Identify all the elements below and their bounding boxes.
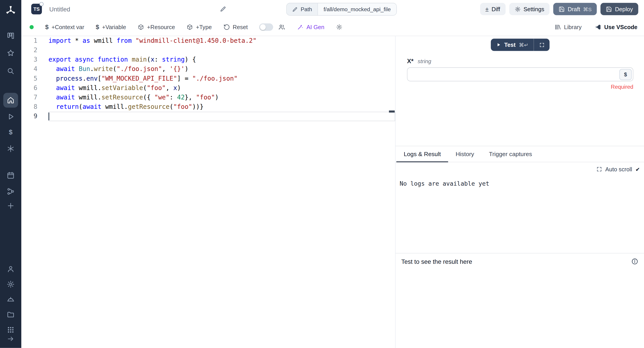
language-badge-dot <box>40 2 44 6</box>
code-line-1[interactable]: import * as wmill from "windmill-client@… <box>48 36 395 46</box>
path-value[interactable]: f/all/demo_mocked_api_file <box>318 3 396 15</box>
test-button-label: Test <box>504 42 516 48</box>
vscode-icon <box>595 24 601 30</box>
reset-button[interactable]: Reset <box>223 24 248 30</box>
path-edit-button[interactable]: Path <box>286 3 318 15</box>
arg-name: X* <box>407 58 414 64</box>
sidebar: $ <box>0 0 21 348</box>
tab-logs-result[interactable]: Logs & Result <box>396 146 448 162</box>
arg-row: X* string <box>407 58 634 64</box>
path-pill: Path f/all/demo_mocked_api_file <box>286 3 397 16</box>
expand-icon[interactable] <box>596 166 602 172</box>
script-title[interactable]: Untitled <box>49 6 70 12</box>
diff-icon: ± <box>485 6 488 12</box>
search-icon <box>6 67 15 75</box>
save-icon <box>606 6 612 12</box>
result-tabs: Logs & Result History Trigger captures <box>396 146 644 162</box>
edit-title-button[interactable] <box>220 6 226 12</box>
sidebar-item-account[interactable] <box>6 265 15 273</box>
editor-settings-button[interactable] <box>336 24 342 30</box>
add-context-var-button[interactable]: $ +Context var <box>45 24 84 30</box>
sidebar-item-runs[interactable] <box>6 113 15 121</box>
sidebar-item-triggers[interactable] <box>6 187 15 196</box>
info-icon <box>631 258 638 265</box>
use-vscode-button[interactable]: Use VScode <box>595 24 638 30</box>
test-expand-button[interactable] <box>534 38 550 51</box>
test-shortcut: ⌘↵ <box>519 42 528 48</box>
tab-history[interactable]: History <box>448 146 482 162</box>
code-line-3[interactable]: export async function main(x: string) { <box>48 55 395 64</box>
windmill-logo[interactable] <box>5 4 16 17</box>
code-line-6[interactable]: await wmill.setVariable("foo", x) <box>48 83 395 93</box>
add-resource-button[interactable]: +Resource <box>138 24 175 30</box>
code-line-9[interactable] <box>48 112 395 121</box>
add-context-var-label: +Context var <box>52 24 84 30</box>
ai-gen-label: AI Gen <box>306 24 324 30</box>
arg-x-input[interactable] <box>411 71 619 78</box>
plus-icon <box>7 202 14 210</box>
auto-scroll-toggle[interactable]: Auto scroll ✔ <box>596 166 640 172</box>
package-icon <box>138 24 144 30</box>
add-variable-label: +Variable <box>102 24 126 30</box>
code-editor[interactable]: 123456789 import * as wmill from "windmi… <box>21 36 395 348</box>
sidebar-item-search[interactable] <box>6 67 15 75</box>
dollar-icon: $ <box>96 24 99 30</box>
worker-helmet-icon <box>6 296 15 304</box>
flow-icon <box>6 187 15 196</box>
sidebar-item-favorites[interactable] <box>6 49 15 57</box>
sidebar-item-resources[interactable] <box>6 145 15 153</box>
sidebar-item-variables[interactable]: $ <box>6 128 15 136</box>
sidebar-item-apps[interactable] <box>6 326 15 334</box>
sidebar-item-folders[interactable] <box>6 310 15 319</box>
editor-gutter[interactable]: 123456789 <box>21 36 48 121</box>
deploy-button[interactable]: Deploy <box>600 3 638 15</box>
code-line-2[interactable] <box>48 46 395 55</box>
logout-arrow-icon <box>7 335 14 343</box>
insert-variable-button[interactable]: $ <box>619 69 632 80</box>
code-line-8[interactable]: return(await wmill.getResource("foo"))} <box>48 102 395 112</box>
calendar-icon <box>6 171 15 180</box>
star-icon <box>6 49 15 57</box>
settings-button[interactable]: Settings <box>509 3 550 15</box>
logs-pane: Auto scroll ✔ No logs are available yet <box>396 162 644 254</box>
check-icon: ✔ <box>636 166 640 172</box>
add-type-label: +Type <box>196 24 212 30</box>
sidebar-item-create[interactable] <box>6 202 15 210</box>
kanban-icon <box>6 32 15 40</box>
diff-button[interactable]: ± Diff <box>480 3 506 15</box>
tab-trigger-captures[interactable]: Trigger captures <box>482 146 540 162</box>
multiplayer-toggle[interactable] <box>259 23 273 31</box>
users-icon[interactable] <box>278 23 286 31</box>
folder-icon <box>6 310 15 319</box>
sidebar-item-collapse[interactable] <box>6 335 15 343</box>
draft-button[interactable]: Draft ⌘S <box>553 3 597 15</box>
editor-toolbar: $ +Context var $ +Variable +Resource +Ty… <box>21 18 644 36</box>
toggle-knob <box>260 24 266 30</box>
add-variable-button[interactable]: $ +Variable <box>96 24 126 30</box>
home-icon <box>6 96 15 104</box>
result-pane: Test to see the result here <box>396 254 644 348</box>
library-icon <box>555 24 561 30</box>
sidebar-item-schedules[interactable] <box>6 171 15 180</box>
draft-button-label: Draft <box>568 6 580 12</box>
sidebar-item-workers[interactable] <box>6 296 15 304</box>
status-dot <box>30 25 34 29</box>
sidebar-item-settings[interactable] <box>6 280 15 288</box>
result-info-button[interactable] <box>631 258 638 265</box>
code-line-7[interactable]: await wmill.setResource({ "we": 42}, "fo… <box>48 93 395 102</box>
apps-grid-icon <box>7 326 14 334</box>
add-type-button[interactable]: +Type <box>186 24 212 30</box>
library-button[interactable]: Library <box>555 24 582 30</box>
sidebar-item-boards[interactable] <box>6 32 15 40</box>
code-line-4[interactable]: await Bun.write("./foo.json", '{}') <box>48 64 395 74</box>
gear-icon <box>514 6 521 12</box>
sidebar-item-home[interactable] <box>3 93 18 108</box>
test-button[interactable]: Test ⌘↵ <box>490 38 534 51</box>
multiplayer-group <box>259 23 286 31</box>
add-resource-label: +Resource <box>147 24 175 30</box>
reset-label: Reset <box>233 24 248 30</box>
required-asterisk: * <box>411 58 414 64</box>
language-badge[interactable]: TS <box>31 4 42 14</box>
code-line-5[interactable]: process.env["WM_MOCKED_API_FILE"] = "./f… <box>48 74 395 83</box>
ai-gen-button[interactable]: AI Gen <box>297 24 324 30</box>
